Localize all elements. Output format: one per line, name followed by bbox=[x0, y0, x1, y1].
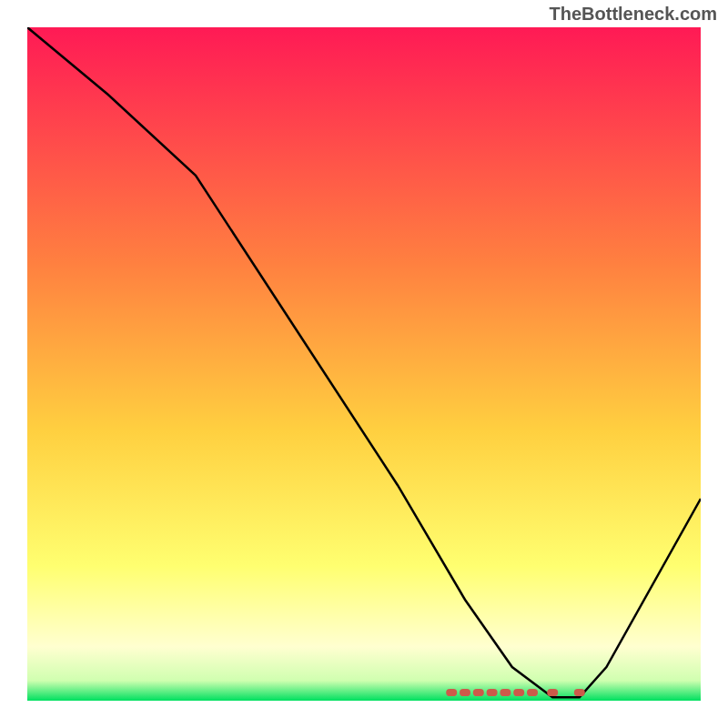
marker-dot bbox=[547, 689, 558, 696]
marker-dot bbox=[487, 689, 498, 696]
chart-container bbox=[27, 27, 701, 701]
chart-svg bbox=[27, 27, 701, 701]
marker-dot bbox=[500, 689, 511, 696]
chart-background bbox=[27, 27, 701, 701]
marker-dot bbox=[574, 689, 585, 696]
watermark-text: TheBottleneck.com bbox=[550, 4, 717, 25]
marker-dot bbox=[513, 689, 524, 696]
marker-dot bbox=[460, 689, 470, 696]
marker-dot bbox=[527, 689, 538, 696]
marker-dot bbox=[446, 689, 457, 696]
marker-dot bbox=[473, 689, 484, 696]
